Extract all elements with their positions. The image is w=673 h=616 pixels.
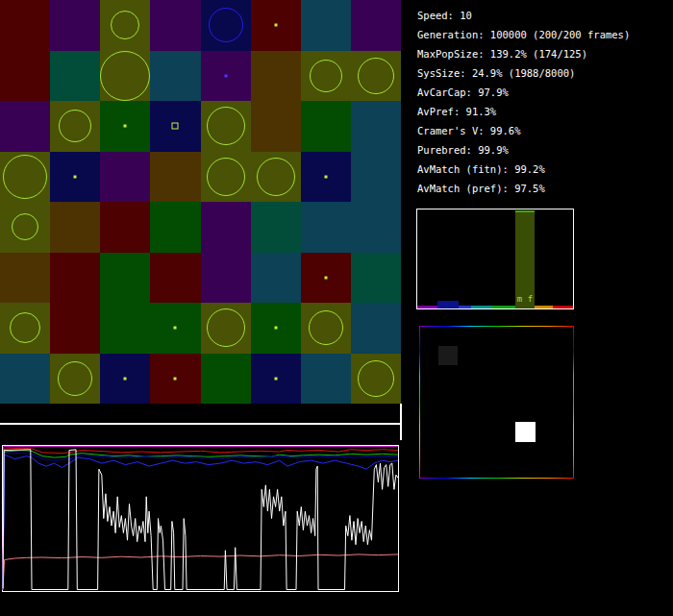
grid-cell [50, 101, 100, 152]
grid-cell [150, 202, 200, 253]
grid-cell [301, 51, 351, 102]
grid-cell [301, 354, 351, 405]
stat-line: Speed: 10 [417, 6, 630, 25]
hue-segment [492, 306, 515, 308]
grid-cell [251, 101, 301, 152]
hue-segment [471, 306, 492, 308]
grid-cell [251, 354, 301, 405]
world-grid[interactable] [0, 0, 401, 404]
dot-marker [74, 175, 77, 178]
grid-cell [100, 51, 150, 102]
grid-cell [150, 51, 200, 102]
horizontal-scroll-indicator[interactable] [0, 423, 402, 425]
grid-cell [150, 253, 200, 304]
grid-cell [251, 202, 301, 253]
genome-map [419, 326, 574, 479]
dot-marker [274, 24, 277, 27]
grid-cell [50, 51, 100, 102]
dot-marker [274, 377, 277, 380]
grid-cell [351, 101, 401, 152]
circle-marker [310, 60, 342, 92]
hue-segment [553, 306, 573, 308]
simulation-window: Speed: 10Generation: 100000 (200/200 fra… [0, 0, 673, 616]
grid-cell [351, 303, 401, 354]
grid-cell [50, 152, 100, 203]
hue-segment [417, 306, 437, 308]
grid-cell [351, 0, 401, 51]
grid-cell [201, 152, 251, 203]
stat-line: Cramer's V: 99.6% [417, 121, 630, 140]
grid-cell [50, 354, 100, 405]
stats-panel: Speed: 10Generation: 100000 (200/200 fra… [417, 6, 630, 198]
circle-marker [207, 107, 245, 145]
histogram-plot-area: m f [417, 209, 573, 308]
histogram-bar-cap [515, 210, 535, 212]
stat-line: AvMatch (pref): 97.5% [417, 179, 630, 198]
grid-cell [201, 354, 251, 405]
grid-cell [0, 354, 50, 405]
grid-cell [150, 101, 200, 152]
circle-marker [100, 51, 150, 101]
vertical-scroll-indicator[interactable] [400, 404, 402, 440]
circle-marker [58, 361, 92, 396]
circle-marker [111, 11, 139, 39]
grid-cell [201, 303, 251, 354]
stat-line: AvCarCap: 97.9% [417, 83, 630, 102]
dot-marker [174, 327, 177, 330]
circle-marker [358, 360, 394, 397]
grid-cell [301, 253, 351, 304]
grid-cell [100, 303, 150, 354]
grid-cell [201, 253, 251, 304]
stat-line: Purebred: 99.9% [417, 140, 630, 160]
dot-marker [124, 125, 127, 128]
grid-cell [100, 101, 150, 152]
stat-line: MaxPopSize: 139.2% (174/125) [417, 44, 630, 63]
stat-line: Generation: 100000 (200/200 frames) [417, 25, 630, 44]
circle-marker [257, 158, 295, 196]
circle-marker [207, 158, 245, 196]
grid-cell [150, 152, 200, 203]
sex-ratio-histogram: m f [416, 209, 574, 309]
grid-cell [251, 0, 301, 51]
white-marker-square [515, 422, 536, 442]
grid-cell [251, 303, 301, 354]
grid-cell [100, 152, 150, 203]
grid-cell [251, 253, 301, 304]
grid-cell [301, 303, 351, 354]
grid-cell [50, 202, 100, 253]
grid-cell [251, 51, 301, 102]
circle-marker [59, 110, 91, 142]
dot-marker [274, 327, 277, 330]
circle-marker [12, 213, 38, 240]
history-chart [2, 445, 399, 592]
histogram-main-bar: m f [515, 210, 535, 308]
grid-cell [100, 253, 150, 304]
grid-cell [0, 202, 50, 253]
hue-segment [459, 306, 471, 308]
grid-cell [351, 152, 401, 203]
circle-marker [309, 310, 343, 345]
histogram-small-bar [437, 301, 459, 308]
rainbow-border-bottom [419, 478, 574, 479]
grid-cell [201, 51, 251, 102]
grid-cell [0, 253, 50, 304]
histogram-bar-label: m f [515, 294, 535, 304]
circle-marker [10, 312, 40, 343]
circle-marker [358, 58, 394, 94]
stat-line: AvMatch (fitn): 99.2% [417, 160, 630, 179]
circle-marker [207, 308, 245, 347]
grid-cell [100, 202, 150, 253]
rainbow-border-right [573, 326, 574, 479]
grid-cell [0, 303, 50, 354]
grid-cell [301, 0, 351, 51]
stat-line: SysSize: 24.9% (1988/8000) [417, 63, 630, 83]
grid-cell [301, 101, 351, 152]
circle-marker [3, 155, 47, 199]
gray-marker-square [438, 346, 458, 365]
grid-cell [351, 253, 401, 304]
grid-cell [150, 0, 200, 51]
grid-cell [351, 51, 401, 102]
grid-cell [0, 0, 50, 51]
blue-circle-marker [209, 8, 243, 42]
rainbow-border-top [419, 326, 574, 327]
